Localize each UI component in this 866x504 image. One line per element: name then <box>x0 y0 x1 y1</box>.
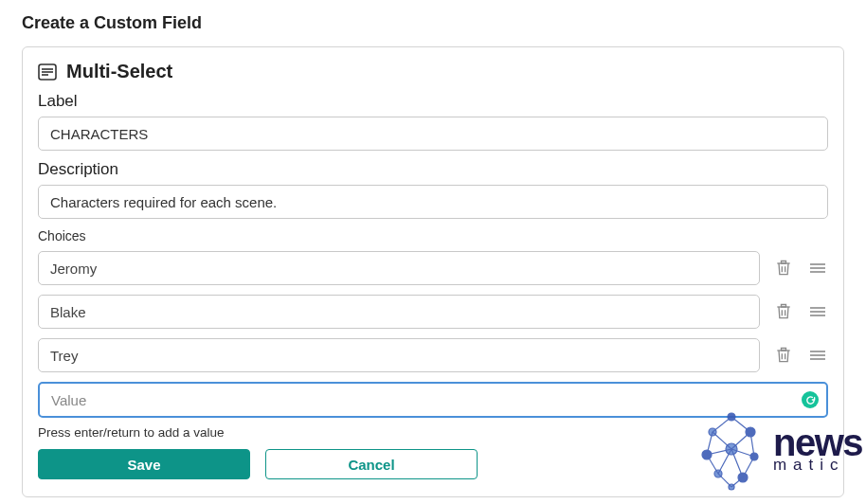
choices-section: Choices <box>38 228 828 479</box>
grammarly-icon <box>802 391 819 408</box>
choice-row <box>38 295 828 329</box>
custom-field-panel: Multi-Select Label Description Choices <box>22 46 844 497</box>
multi-select-icon <box>38 63 57 81</box>
choice-input[interactable] <box>38 295 760 329</box>
choice-input[interactable] <box>38 251 760 285</box>
label-field-label: Label <box>38 92 828 111</box>
choice-row <box>38 338 828 372</box>
button-row: Save Cancel <box>38 449 828 479</box>
trash-icon[interactable] <box>773 258 794 279</box>
drag-handle-icon[interactable] <box>807 301 828 322</box>
drag-handle-icon[interactable] <box>807 345 828 366</box>
trash-icon[interactable] <box>773 345 794 366</box>
description-input[interactable] <box>38 185 828 219</box>
panel-header: Multi-Select <box>38 61 828 82</box>
helper-text: Press enter/return to add a value <box>38 425 828 440</box>
save-button[interactable]: Save <box>38 449 250 479</box>
page-title: Create a Custom Field <box>0 0 866 46</box>
new-value-wrap <box>38 382 828 418</box>
new-value-input[interactable] <box>38 382 828 418</box>
cancel-button[interactable]: Cancel <box>265 449 478 479</box>
trash-icon[interactable] <box>773 301 794 322</box>
panel-title: Multi-Select <box>66 61 172 82</box>
choices-label: Choices <box>38 228 828 243</box>
drag-handle-icon[interactable] <box>807 258 828 279</box>
choice-row <box>38 251 828 285</box>
label-input[interactable] <box>38 117 828 151</box>
description-field-label: Description <box>38 160 828 179</box>
choice-input[interactable] <box>38 338 760 372</box>
